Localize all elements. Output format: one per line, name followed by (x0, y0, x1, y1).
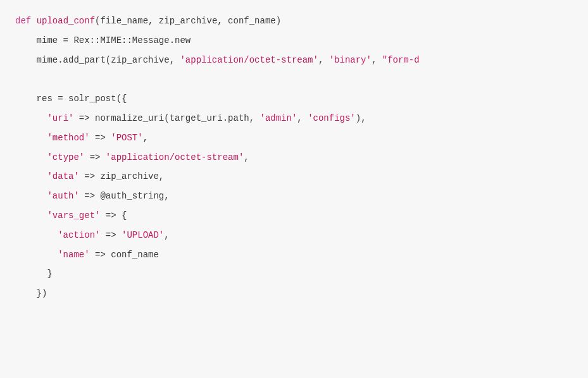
line-11: 'vars_get' => { (15, 210, 127, 221)
hash-key: 'auth' (47, 191, 78, 201)
code-text: , (297, 113, 308, 123)
arrow: => (84, 152, 106, 162)
line-5: res = solr_post({ (15, 94, 127, 104)
string-literal: 'configs' (308, 113, 356, 123)
indent (15, 171, 47, 181)
indent (15, 133, 47, 143)
code-text: , (318, 55, 329, 65)
code-text: res = solr_post({ (15, 94, 127, 104)
line-13: 'name' => conf_name (15, 250, 159, 260)
line-2: mime = Rex::MIME::Message.new (15, 35, 191, 46)
keyword-def: def (15, 16, 31, 26)
line-15: }) (15, 288, 47, 298)
string-literal: "form-d (382, 55, 420, 65)
line-10: 'auth' => @auth_string, (15, 191, 170, 201)
string-literal: 'application/octet-stream' (106, 152, 244, 162)
code-text: conf_name (111, 250, 159, 260)
code-text: mime = Rex::MIME::Message.new (15, 35, 191, 46)
arrow: => (79, 191, 101, 201)
indent (15, 152, 47, 162)
hash-key: 'method' (47, 133, 89, 143)
code-text: { (122, 210, 127, 221)
hash-key: 'data' (47, 171, 78, 181)
code-text: , (372, 55, 382, 65)
code-text: , (244, 152, 249, 162)
arrow: => (90, 133, 111, 143)
string-literal: 'POST' (111, 133, 142, 143)
code-text: normalize_uri(target_uri.path, (95, 113, 260, 123)
indent (15, 113, 47, 123)
code-text: , (143, 133, 148, 143)
string-literal: 'UPLOAD' (122, 230, 164, 240)
hash-key: 'action' (58, 230, 100, 240)
code-text: mime.add_part(zip_archive, (15, 55, 180, 65)
line-14: } (15, 269, 53, 279)
hash-key: 'vars_get' (47, 210, 100, 221)
line-9: 'data' => zip_archive, (15, 171, 164, 181)
string-literal: 'application/octet-stream' (180, 55, 318, 65)
line-12: 'action' => 'UPLOAD', (15, 230, 170, 240)
line-6: 'uri' => normalize_uri(target_uri.path, … (15, 113, 366, 123)
string-literal: 'binary' (329, 55, 372, 65)
indent (15, 230, 58, 240)
hash-key: 'name' (58, 250, 89, 260)
indent (15, 210, 47, 221)
code-text: ), (356, 113, 366, 123)
code-text: } (15, 269, 53, 279)
line-8: 'ctype' => 'application/octet-stream', (15, 152, 249, 162)
hash-key: 'uri' (47, 113, 73, 123)
arrow: => (79, 171, 101, 181)
line-1: def upload_conf(file_name, zip_archive, … (15, 16, 281, 26)
code-text: zip_archive, (100, 171, 164, 181)
arrow: => (100, 230, 122, 240)
line-7: 'method' => 'POST', (15, 133, 148, 143)
arrow: => (100, 210, 122, 221)
arrow: => (73, 113, 95, 123)
code-text: }) (15, 288, 47, 298)
code-block: def upload_conf(file_name, zip_archive, … (0, 0, 588, 315)
fn-args: (file_name, zip_archive, conf_name) (95, 16, 281, 26)
line-3: mime.add_part(zip_archive, 'application/… (15, 55, 420, 65)
arrow: => (90, 250, 111, 260)
code-text: @auth_string, (100, 191, 169, 201)
code-text: , (164, 230, 169, 240)
string-literal: 'admin' (260, 113, 297, 123)
hash-key: 'ctype' (47, 152, 84, 162)
indent (15, 250, 58, 260)
indent (15, 191, 47, 201)
fn-name: upload_conf (37, 16, 95, 26)
